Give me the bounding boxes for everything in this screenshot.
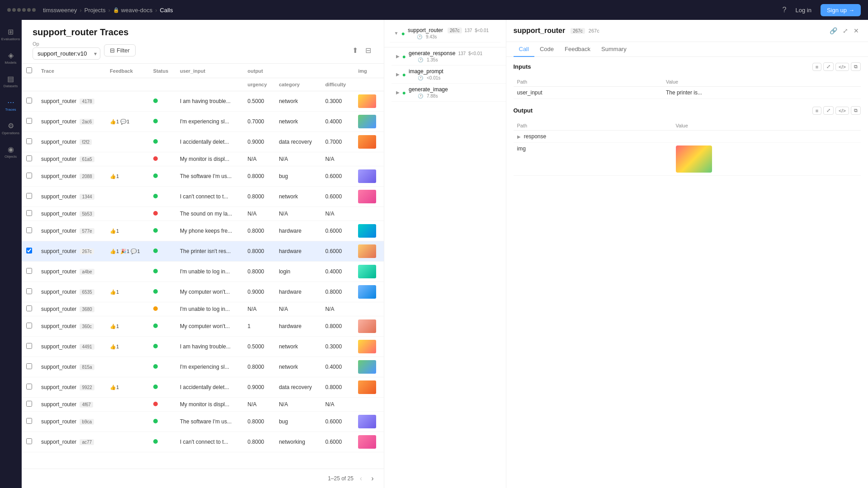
row-check[interactable] xyxy=(22,91,37,112)
row-category: networking xyxy=(274,432,321,452)
table-row[interactable]: support_router a4be I'm unable to log in… xyxy=(22,262,384,282)
row-check[interactable] xyxy=(22,112,37,132)
status-dot xyxy=(153,344,158,348)
sidebar-item-evaluations[interactable]: ⊞ Evaluations xyxy=(2,23,20,45)
help-icon[interactable]: ? xyxy=(783,6,787,14)
row-check[interactable] xyxy=(22,432,37,452)
table-row[interactable]: support_router 4f67 My monitor is displ.… xyxy=(22,398,384,412)
table-row[interactable]: support_router 4491 👍1 I am having troub… xyxy=(22,337,384,357)
table-row[interactable]: support_router 61a5 My monitor is displ.… xyxy=(22,152,384,166)
close-icon-btn[interactable]: ✕ xyxy=(852,25,861,36)
table-row[interactable]: support_router 9922 👍1 I accidentally de… xyxy=(22,377,384,398)
tab-summary[interactable]: Summary xyxy=(596,42,632,57)
op-select[interactable]: support_router:v10 support_router:v9 xyxy=(33,47,100,60)
response-chevron[interactable]: ▶ xyxy=(517,134,521,139)
tab-feedback[interactable]: Feedback xyxy=(559,42,596,57)
row-check[interactable] xyxy=(22,302,37,316)
inputs-expand[interactable]: ⤢ xyxy=(823,62,834,71)
table-row[interactable]: support_router 1344 I can't connect to t… xyxy=(22,187,384,207)
table-row[interactable]: support_router 577e 👍1 My phone keeps fr… xyxy=(22,221,384,241)
sidebar-item-models[interactable]: ◈ Models xyxy=(2,47,20,69)
table-row[interactable]: support_router 5b53 The sound on my la..… xyxy=(22,207,384,221)
breadcrumb-user[interactable]: timssweeney xyxy=(43,7,77,14)
output-expand[interactable]: ⤢ xyxy=(823,106,834,115)
detail-call-count: 267c xyxy=(589,28,599,33)
root-chevron[interactable]: ▼ xyxy=(394,31,399,36)
prev-page-button[interactable]: ‹ xyxy=(357,474,365,483)
row-category: network xyxy=(274,337,321,357)
table-row[interactable]: support_router 4178 I am having trouble.… xyxy=(22,91,384,112)
login-button[interactable]: Log in xyxy=(792,5,815,15)
gr-chevron[interactable]: ▶ xyxy=(396,54,400,59)
row-user-input: I accidentally delet... xyxy=(175,132,243,152)
filter-button[interactable]: ⊟ Filter xyxy=(104,44,136,56)
ip-chevron[interactable]: ▶ xyxy=(396,72,400,77)
row-check[interactable] xyxy=(22,282,37,302)
breadcrumb-project[interactable]: Projects xyxy=(84,7,105,14)
table-row[interactable]: support_router 6535 👍1 My computer won't… xyxy=(22,282,384,302)
table-row[interactable]: support_router 3680 I'm unable to log in… xyxy=(22,302,384,316)
row-check[interactable] xyxy=(22,187,37,207)
row-id-badge: 2088 xyxy=(80,174,94,179)
output-code-view[interactable]: </> xyxy=(835,107,849,115)
breadcrumb-workspace[interactable]: 🔒 weave-docs xyxy=(113,7,152,14)
row-trace-name: support_router 5b53 xyxy=(37,207,105,221)
table-row[interactable]: support_router ac77 I can't connect to t… xyxy=(22,432,384,452)
row-id-badge: 577e xyxy=(80,228,94,234)
table-row[interactable]: support_router b9ca The software I'm us.… xyxy=(22,412,384,432)
root-trace-id: 267c xyxy=(448,28,462,33)
trace-root-item[interactable]: ▼ ● support_router 267c 137 $<0.01 🕐 9.4… xyxy=(390,24,500,42)
row-trace-name: support_router f2f2 xyxy=(37,132,105,152)
inputs-copy[interactable]: ⧉ xyxy=(851,62,861,71)
row-check[interactable] xyxy=(22,221,37,241)
table-row[interactable]: support_router 815a I'm experiencing sl.… xyxy=(22,357,384,377)
tab-code[interactable]: Code xyxy=(534,42,559,57)
trace-generate-response[interactable]: ▶ ● generate_response 137 $<0.01 🕐 1.35s xyxy=(392,47,506,66)
sidebar-item-operations[interactable]: ⚙ Operations xyxy=(2,117,20,139)
trace-count-badge: 137 xyxy=(465,28,472,33)
row-category: login xyxy=(274,262,321,282)
expand-icon-btn[interactable]: ⤢ xyxy=(841,25,850,36)
table-row[interactable]: support_router 2088 👍1 The software I'm … xyxy=(22,166,384,187)
table-row[interactable]: support_router f2f2 I accidentally delet… xyxy=(22,132,384,152)
row-check[interactable] xyxy=(22,262,37,282)
row-check[interactable] xyxy=(22,316,37,337)
row-user-input: The software I'm us... xyxy=(175,166,243,187)
models-icon: ◈ xyxy=(8,51,14,60)
table-row[interactable]: support_router 267c 👍1 🎉1 💬1 The printer… xyxy=(22,241,384,262)
sidebar-item-label: Datasets xyxy=(4,84,18,88)
sidebar-item-datasets[interactable]: ▤ Datasets xyxy=(2,70,20,92)
trace-image-prompt[interactable]: ▶ ● image_prompt 🕐 <0.01s xyxy=(392,66,506,84)
export-button[interactable]: ⬆ xyxy=(350,44,360,56)
gi-chevron[interactable]: ▶ xyxy=(396,90,400,95)
row-check[interactable] xyxy=(22,357,37,377)
link-icon-btn[interactable]: 🔗 xyxy=(828,25,839,36)
row-check[interactable] xyxy=(22,207,37,221)
row-check[interactable] xyxy=(22,337,37,357)
next-page-button[interactable]: › xyxy=(368,474,376,483)
table-row[interactable]: support_router 2ac6 👍1 💬1 I'm experienci… xyxy=(22,112,384,132)
sidebar-item-traces[interactable]: ⋯ Traces xyxy=(2,94,20,116)
row-check[interactable] xyxy=(22,166,37,187)
inputs-code-view[interactable]: </> xyxy=(835,63,849,71)
row-check[interactable] xyxy=(22,132,37,152)
select-all-checkbox[interactable] xyxy=(26,67,32,73)
row-check[interactable] xyxy=(22,398,37,412)
row-feedback xyxy=(105,262,149,282)
status-dot xyxy=(153,139,158,144)
row-check[interactable] xyxy=(22,377,37,398)
sidebar-item-objects[interactable]: ◉ Objects xyxy=(2,141,20,163)
row-status xyxy=(149,132,175,152)
row-check[interactable] xyxy=(22,412,37,432)
columns-button[interactable]: ⊟ xyxy=(363,44,373,56)
signup-button[interactable]: Sign up → xyxy=(821,4,861,16)
table-row[interactable]: support_router 360c 👍1 My computer won't… xyxy=(22,316,384,337)
trace-generate-image[interactable]: ▶ ● generate_image 🕐 7.88s xyxy=(392,84,506,102)
output-copy[interactable]: ⧉ xyxy=(851,106,861,115)
output-list-view[interactable]: ≡ xyxy=(812,107,821,115)
tab-call[interactable]: Call xyxy=(514,42,534,57)
col-img: img xyxy=(354,64,383,78)
inputs-list-view[interactable]: ≡ xyxy=(812,63,821,71)
row-check[interactable] xyxy=(22,241,37,262)
row-check[interactable] xyxy=(22,152,37,166)
